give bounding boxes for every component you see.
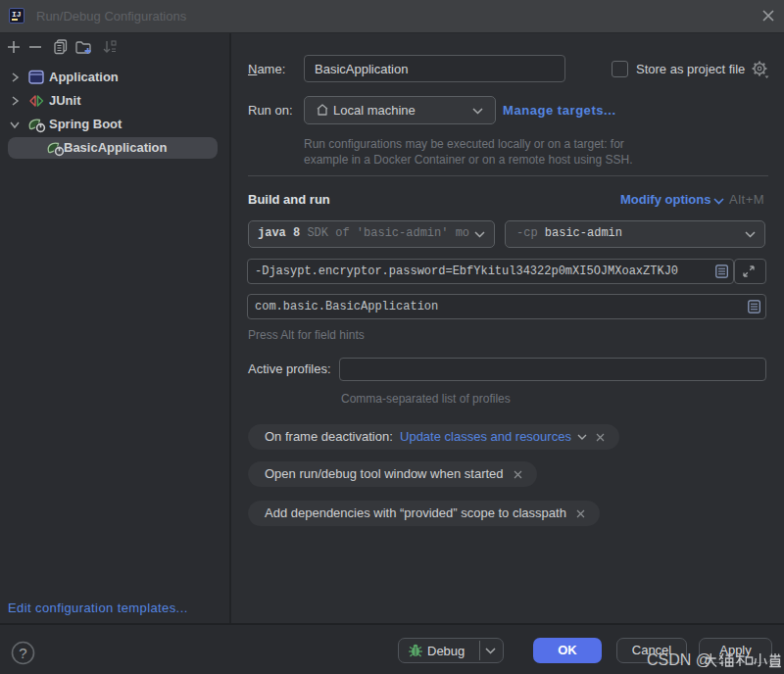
svg-text:?: ? — [19, 645, 26, 661]
